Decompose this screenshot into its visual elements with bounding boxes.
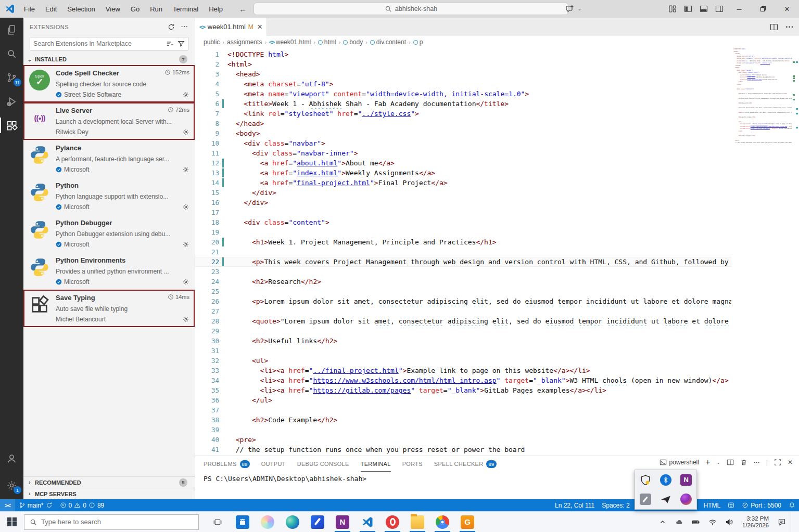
terminal-dropdown-icon[interactable]: ⌄ xyxy=(716,460,720,465)
panel-tab-debug-console[interactable]: DEBUG CONSOLE xyxy=(297,456,349,472)
taskbar-app-explorer[interactable] xyxy=(406,512,429,532)
code-line[interactable]: 18 <div class="content"> xyxy=(195,217,731,227)
breadcrumb-item-body[interactable]: body xyxy=(343,38,363,46)
panel-tab-output[interactable]: OUTPUT xyxy=(261,456,286,472)
views-more-actions-icon[interactable]: ··· xyxy=(181,23,188,31)
remote-indicator[interactable]: >< xyxy=(0,499,15,511)
copilot-dropdown-icon[interactable]: ⌄ xyxy=(577,6,581,11)
live-server-port-item[interactable]: Port : 5500 xyxy=(738,499,785,511)
activitybar-settings[interactable]: 1 xyxy=(0,473,23,497)
panel-tab-ports[interactable]: PORTS xyxy=(402,456,423,472)
code-line[interactable]: 17 xyxy=(195,207,731,217)
extension-gear-icon[interactable] xyxy=(182,91,189,98)
extension-item-pylance[interactable]: PylanceA performant, feature-rich langua… xyxy=(23,140,195,177)
code-line[interactable]: 22 <p>This week covers Project Managemen… xyxy=(195,257,731,267)
panel-tab-spell-checker[interactable]: SPELL CHECKER89 xyxy=(434,456,497,472)
show-desktop-strip[interactable] xyxy=(791,512,797,532)
activitybar-account[interactable] xyxy=(0,446,23,470)
new-terminal-icon[interactable]: + xyxy=(705,458,710,467)
notifications-bell-icon[interactable] xyxy=(785,499,799,511)
code-line[interactable]: 34 <li><a href="https://www.w3schools.co… xyxy=(195,375,731,385)
taskbar-app-journal[interactable] xyxy=(306,512,329,532)
extension-manage-gear[interactable] xyxy=(182,278,189,286)
code-line[interactable]: 13 <a href="index.html">Weekly Assignmen… xyxy=(195,168,731,178)
code-line[interactable]: 6 <title>Week 1 - Abhishek Shah - Fab Ac… xyxy=(195,99,731,109)
minimap[interactable]: <!DOCTYPE html><html> <head> <meta chars… xyxy=(733,48,792,456)
tray-flyout-bluetooth-icon[interactable] xyxy=(655,470,676,490)
split-terminal-icon[interactable] xyxy=(727,459,734,466)
activitybar-extensions[interactable] xyxy=(0,113,23,137)
breadcrumb-item-public[interactable]: public xyxy=(204,38,220,46)
code-line[interactable]: 37 xyxy=(195,405,731,415)
code-line[interactable]: 4 <meta charset="utf-8"> xyxy=(195,79,731,89)
code-line[interactable]: 31 xyxy=(195,346,731,356)
menu-selection[interactable]: Selection xyxy=(62,3,99,15)
extension-manage-gear[interactable] xyxy=(182,316,189,323)
split-editor-icon[interactable] xyxy=(770,23,778,31)
hidden-icons-chevron[interactable] xyxy=(655,512,670,532)
code-line[interactable]: 14 <a href="final-project.html">Final Pr… xyxy=(195,178,731,188)
panel-tab-terminal[interactable]: TERMINAL xyxy=(361,456,391,472)
cursor-position-item[interactable]: Ln 22, Col 111 xyxy=(551,499,598,511)
extension-item-save-typing[interactable]: Save Typing14msAuto save file while typi… xyxy=(23,290,195,327)
code-line[interactable]: 12 <a href="about.html">About me</a> xyxy=(195,158,731,168)
restore-button[interactable] xyxy=(751,0,775,18)
code-line[interactable]: 7 <link rel="stylesheet" href="../style.… xyxy=(195,109,731,119)
tray-flyout-browser-icon[interactable] xyxy=(676,490,696,510)
onedrive-cloud-icon[interactable] xyxy=(671,512,687,532)
extensions-search-input[interactable]: Search Extensions in Marketplace xyxy=(30,37,188,50)
code-line[interactable]: 10 <div class="navbar"> xyxy=(195,138,731,148)
extension-manage-gear[interactable] xyxy=(182,203,189,211)
code-line[interactable]: 23 xyxy=(195,267,731,277)
code-line[interactable]: 41 // the setup function runs once when … xyxy=(195,445,731,455)
activitybar-source-control[interactable]: 11 xyxy=(0,66,23,89)
code-line[interactable]: 9 <body> xyxy=(195,128,731,138)
panel-more-actions-icon[interactable]: ··· xyxy=(754,459,760,466)
taskbar-app-chrome[interactable] xyxy=(431,512,454,532)
taskbar-search-input[interactable]: Type here to search xyxy=(24,514,199,530)
code-line[interactable]: 28 <quote>"Lorem ipsum dolor sit amet, c… xyxy=(195,316,731,326)
close-button[interactable]: ✕ xyxy=(775,0,799,18)
breadcrumb-item-p[interactable]: p xyxy=(413,38,423,46)
code-line[interactable]: 33 <li><a href="../final-project.html">E… xyxy=(195,366,731,375)
extension-item-python[interactable]: PythonPython language support with exten… xyxy=(23,177,195,215)
code-area[interactable]: 1<!DOCTYPE html>2<html>3 <head>4 <meta c… xyxy=(195,49,731,456)
extension-gear-icon[interactable] xyxy=(182,316,189,323)
toggle-panel-icon[interactable] xyxy=(696,2,712,16)
activitybar-explorer[interactable] xyxy=(0,18,23,42)
taskbar-app-vscode[interactable] xyxy=(356,512,379,532)
taskbar-app-store[interactable] xyxy=(231,512,254,532)
indentation-item[interactable]: Spaces: 2 xyxy=(598,499,633,511)
tray-flyout-snip-icon[interactable] xyxy=(635,490,655,510)
breadcrumb-item-week01html[interactable]: <>week01.html xyxy=(269,38,311,46)
command-center-search[interactable]: abhishek-shah xyxy=(253,3,568,15)
nav-back-icon[interactable]: ← xyxy=(239,5,247,14)
tab-week01-html[interactable]: <> week01.html M ✕ xyxy=(195,18,267,36)
taskbar-app-edge[interactable] xyxy=(281,512,304,532)
refresh-extensions-icon[interactable] xyxy=(168,23,175,31)
extension-item-python-environments[interactable]: Python EnvironmentsProvides a unified py… xyxy=(23,252,195,290)
extension-manage-gear[interactable] xyxy=(182,166,189,173)
code-line[interactable]: 19 xyxy=(195,227,731,237)
taskbar-app-task-view[interactable] xyxy=(206,512,229,532)
extension-manage-gear[interactable] xyxy=(182,91,189,98)
tray-flyout-telegram-icon[interactable] xyxy=(655,490,676,510)
installed-section-header[interactable]: ⌄ INSTALLED 7 xyxy=(23,54,195,65)
code-line[interactable]: 39 xyxy=(195,425,731,435)
activitybar-run-debug[interactable] xyxy=(0,89,23,113)
tray-flyout-security-shield-icon[interactable] xyxy=(635,470,655,490)
panel-tab-problems[interactable]: PROBLEMS89 xyxy=(204,456,250,472)
close-panel-icon[interactable]: ✕ xyxy=(788,459,793,466)
extension-item-code-spell-checker[interactable]: Spell✓Code Spell Checker152msSpelling ch… xyxy=(23,65,195,102)
activitybar-search[interactable] xyxy=(0,42,23,66)
extension-manage-gear[interactable] xyxy=(182,241,189,248)
code-line[interactable]: 38 <h2>Code Example</h2> xyxy=(195,415,731,425)
wifi-icon[interactable] xyxy=(705,512,720,532)
breadcrumb-item-divcontent[interactable]: div.content xyxy=(370,38,406,46)
taskbar-clock[interactable]: 3:32 PM 1/26/2026 xyxy=(738,515,773,529)
maximize-panel-icon[interactable] xyxy=(774,459,781,466)
git-branch-item[interactable]: main* xyxy=(15,499,56,511)
customize-layout-icon[interactable] xyxy=(665,2,680,16)
code-line[interactable]: 5 <meta name="viewport" content="width=d… xyxy=(195,89,731,99)
extension-gear-icon[interactable] xyxy=(182,203,189,211)
